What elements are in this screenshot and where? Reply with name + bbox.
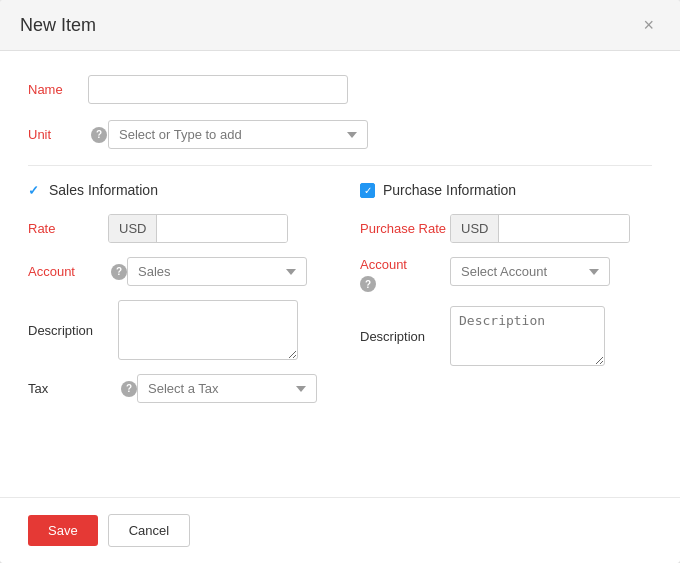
purchase-description-label: Description bbox=[360, 329, 450, 344]
sales-account-label: Account bbox=[28, 264, 108, 279]
sales-section-title: Sales Information bbox=[49, 182, 158, 198]
purchase-section-title: Purchase Information bbox=[383, 182, 516, 198]
sales-section-header: ✓ Sales Information bbox=[28, 182, 320, 198]
unit-row: Unit ? Select or Type to add bbox=[28, 120, 652, 149]
purchase-section: ✓ Purchase Information Purchase Rate USD… bbox=[360, 182, 652, 417]
sales-section: ✓ Sales Information Rate USD Account ? bbox=[28, 182, 320, 417]
sales-description-textarea[interactable] bbox=[118, 300, 298, 360]
cancel-button[interactable]: Cancel bbox=[108, 514, 190, 547]
purchase-section-header: ✓ Purchase Information bbox=[360, 182, 652, 198]
purchase-rate-input[interactable] bbox=[499, 215, 630, 242]
purchase-checkbox[interactable]: ✓ bbox=[360, 183, 375, 198]
modal-title: New Item bbox=[20, 15, 96, 36]
purchase-account-row: Account ? Select Account bbox=[360, 257, 652, 292]
unit-label-group: Unit ? bbox=[28, 127, 108, 143]
sales-tax-label: Tax bbox=[28, 381, 118, 396]
sales-account-row: Account ? Sales bbox=[28, 257, 320, 286]
name-label: Name bbox=[28, 82, 88, 97]
sales-account-help-icon[interactable]: ? bbox=[111, 264, 127, 280]
sales-rate-label: Rate bbox=[28, 221, 108, 236]
unit-dropdown[interactable]: Select or Type to add bbox=[108, 120, 368, 149]
sales-tax-label-group: Tax ? bbox=[28, 381, 137, 397]
sales-checkmark: ✓ bbox=[28, 183, 39, 198]
sales-tax-help-icon[interactable]: ? bbox=[121, 381, 137, 397]
purchase-account-help-icon[interactable]: ? bbox=[360, 276, 376, 292]
sales-tax-row: Tax ? Select a Tax bbox=[28, 374, 320, 403]
sales-description-row: Description bbox=[28, 300, 320, 360]
purchase-account-dropdown[interactable]: Select Account bbox=[450, 257, 610, 286]
sales-tax-dropdown[interactable]: Select a Tax bbox=[137, 374, 317, 403]
sales-currency-badge: USD bbox=[109, 215, 157, 242]
sales-description-label: Description bbox=[28, 323, 118, 338]
sections-row: ✓ Sales Information Rate USD Account ? bbox=[28, 182, 652, 417]
unit-label: Unit bbox=[28, 127, 88, 142]
modal-header: New Item × bbox=[0, 0, 680, 51]
sales-rate-input[interactable] bbox=[157, 215, 288, 242]
modal-footer: Save Cancel bbox=[0, 497, 680, 563]
close-button[interactable]: × bbox=[637, 14, 660, 36]
name-input[interactable] bbox=[88, 75, 348, 104]
purchase-account-label-group: Account ? bbox=[360, 257, 450, 292]
purchase-rate-label: Purchase Rate bbox=[360, 221, 450, 236]
unit-help-icon[interactable]: ? bbox=[91, 127, 107, 143]
name-row: Name bbox=[28, 75, 652, 104]
sales-rate-input-group: USD bbox=[108, 214, 288, 243]
sales-account-dropdown[interactable]: Sales bbox=[127, 257, 307, 286]
save-button[interactable]: Save bbox=[28, 515, 98, 546]
divider bbox=[28, 165, 652, 166]
purchase-description-row: Description bbox=[360, 306, 652, 366]
sales-account-label-group: Account ? bbox=[28, 264, 127, 280]
purchase-account-label: Account bbox=[360, 257, 450, 272]
purchase-rate-row: Purchase Rate USD bbox=[360, 214, 652, 243]
new-item-modal: New Item × Name Unit ? Select or Type to… bbox=[0, 0, 680, 563]
modal-body: Name Unit ? Select or Type to add ✓ Sale… bbox=[0, 51, 680, 497]
sales-rate-row: Rate USD bbox=[28, 214, 320, 243]
purchase-currency-badge: USD bbox=[451, 215, 499, 242]
purchase-description-textarea[interactable] bbox=[450, 306, 605, 366]
purchase-rate-input-group: USD bbox=[450, 214, 630, 243]
